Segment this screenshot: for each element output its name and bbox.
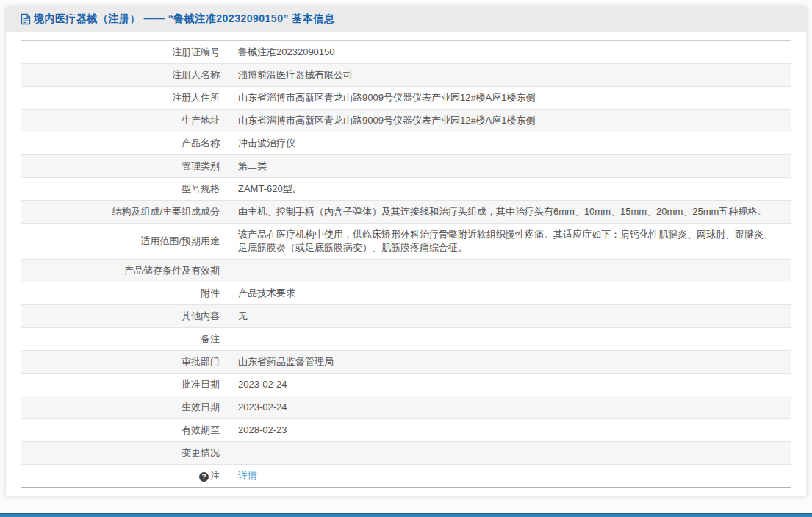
row-value: 山东省淄博市高新区青龙山路9009号仪器仪表产业园12#楼A座1楼东侧 [229, 110, 791, 132]
row-value-text: 冲击波治疗仪 [238, 138, 295, 149]
row-label-text: 附件 [201, 288, 220, 299]
row-label-text: 有效期至 [182, 424, 220, 435]
row-label-text: 型号规格 [182, 183, 220, 194]
row-label: 生效日期 [21, 396, 229, 419]
row-value-text: 2028-02-23 [238, 424, 287, 435]
table-row: 注册人名称淄博前沿医疗器械有限公司 [21, 64, 791, 87]
row-value [229, 260, 791, 282]
page-title-bar: 境内医疗器械（注册） —— “鲁械注准20232090150” 基本信息 [6, 6, 806, 32]
row-value-text: 由主机、控制手柄（内含子弹体）及其连接线和治疗头组成，其中治疗头有6mm、10m… [238, 206, 766, 217]
row-value-text: 无 [238, 310, 248, 321]
table-row: 注册证编号鲁械注准20232090150 [21, 41, 791, 64]
row-label-text: 注册人住所 [172, 92, 220, 103]
row-label: 型号规格 [21, 178, 229, 201]
row-label-text: 批准日期 [182, 379, 220, 390]
table-row: 管理类别第二类 [21, 155, 791, 178]
row-value: 淄博前沿医疗器械有限公司 [229, 64, 791, 87]
table-row: 注册人住所山东省淄博市高新区青龙山路9009号仪器仪表产业园12#楼A座1楼东侧 [21, 87, 791, 110]
table-row: 适用范围/预期用途该产品在医疗机构中使用，供临床矫形外科治疗骨骼附近软组织慢性疼… [21, 224, 791, 260]
page-title: 境内医疗器械（注册） —— “鲁械注准20232090150” 基本信息 [34, 13, 334, 26]
row-label: 审批部门 [21, 351, 229, 374]
table-row: 附件产品技术要求 [21, 282, 791, 305]
row-label: 注册人名称 [21, 64, 229, 87]
row-value: 第二类 [229, 155, 791, 178]
row-value: 无 [229, 305, 791, 328]
footer-bar [0, 513, 812, 517]
row-label-text: 生产地址 [182, 115, 220, 126]
row-label-text: 结构及组成/主要组成成分 [112, 206, 220, 217]
row-label-text: 管理类别 [182, 160, 220, 171]
row-value: 山东省药品监督管理局 [229, 351, 791, 374]
row-label: 注册证编号 [21, 41, 229, 64]
table-row: 有效期至2028-02-23 [21, 419, 791, 442]
row-label: 备注 [21, 328, 229, 351]
row-label-text: 审批部门 [182, 356, 220, 367]
row-value-text: 2023-02-24 [238, 379, 287, 390]
row-label: 注册人住所 [21, 87, 229, 110]
row-value: 详情 [229, 465, 791, 488]
row-label-text: 适用范围/预期用途 [140, 235, 220, 246]
info-table: 注册证编号鲁械注准20232090150注册人名称淄博前沿医疗器械有限公司注册人… [21, 40, 791, 488]
row-value: 2028-02-23 [229, 419, 791, 442]
row-label-text: 变更情况 [182, 447, 220, 458]
row-value [229, 442, 791, 465]
detail-link[interactable]: 详情 [238, 470, 257, 481]
row-label-text: 注 [210, 470, 220, 481]
row-label-text: 其他内容 [182, 310, 220, 321]
row-value-text: 淄博前沿医疗器械有限公司 [238, 69, 353, 80]
row-label: 产品名称 [21, 132, 229, 155]
row-value-text: ZAMT-620型。 [238, 183, 302, 194]
row-label: 结构及组成/主要组成成分 [21, 201, 229, 224]
row-value: 2023-02-24 [229, 396, 791, 419]
table-row: 生效日期2023-02-24 [21, 396, 791, 419]
row-value-text: 第二类 [238, 160, 267, 171]
row-label-text: 备注 [201, 333, 220, 344]
row-value: 冲击波治疗仪 [229, 132, 791, 155]
row-value: ZAMT-620型。 [229, 178, 791, 201]
row-label: ?注 [21, 465, 229, 488]
note-icon: ? [199, 472, 209, 482]
row-label: 产品储存条件及有效期 [21, 260, 229, 282]
row-label: 附件 [21, 282, 229, 305]
row-value-text: 山东省淄博市高新区青龙山路9009号仪器仪表产业园12#楼A座1楼东侧 [238, 92, 536, 103]
table-row: 其他内容无 [21, 305, 791, 328]
table-row: 备注 [21, 328, 791, 351]
table-row: 变更情况 [21, 442, 791, 465]
row-value: 该产品在医疗机构中使用，供临床矫形外科治疗骨骼附近软组织慢性疼痛。其适应症如下：… [229, 224, 791, 260]
row-value-text: 山东省药品监督管理局 [238, 356, 334, 367]
content-card: 境内医疗器械（注册） —— “鲁械注准20232090150” 基本信息 注册证… [6, 6, 806, 496]
table-row: 批准日期2023-02-24 [21, 374, 791, 396]
row-label-text: 注册人名称 [172, 69, 220, 80]
row-label: 变更情况 [21, 442, 229, 465]
row-label: 适用范围/预期用途 [21, 224, 229, 260]
row-value: 由主机、控制手柄（内含子弹体）及其连接线和治疗头组成，其中治疗头有6mm、10m… [229, 201, 791, 224]
row-label: 管理类别 [21, 155, 229, 178]
row-value-text: 2023-02-24 [238, 402, 287, 413]
row-label-text: 产品名称 [182, 138, 220, 149]
document-icon [21, 13, 31, 25]
page: 境内医疗器械（注册） —— “鲁械注准20232090150” 基本信息 注册证… [0, 0, 812, 517]
row-value-text: 鲁械注准20232090150 [238, 46, 335, 57]
row-value-text: 山东省淄博市高新区青龙山路9009号仪器仪表产业园12#楼A座1楼东侧 [238, 115, 536, 126]
table-row: 型号规格ZAMT-620型。 [21, 178, 791, 201]
row-value: 鲁械注准20232090150 [229, 41, 791, 64]
row-label-text: 产品储存条件及有效期 [124, 265, 220, 276]
table-row: ?注详情 [21, 465, 791, 488]
table-row: 产品储存条件及有效期 [21, 260, 791, 282]
row-label: 批准日期 [21, 374, 229, 396]
row-value: 山东省淄博市高新区青龙山路9009号仪器仪表产业园12#楼A座1楼东侧 [229, 87, 791, 110]
row-value-text: 产品技术要求 [238, 288, 295, 299]
row-value: 2023-02-24 [229, 374, 791, 396]
row-label-text: 注册证编号 [172, 46, 220, 57]
row-value-text: 该产品在医疗机构中使用，供临床矫形外科治疗骨骼附近软组织慢性疼痛。其适应症如下：… [238, 229, 773, 253]
row-label: 有效期至 [21, 419, 229, 442]
table-row: 产品名称冲击波治疗仪 [21, 132, 791, 155]
table-row: 生产地址山东省淄博市高新区青龙山路9009号仪器仪表产业园12#楼A座1楼东侧 [21, 110, 791, 132]
row-value: 产品技术要求 [229, 282, 791, 305]
row-label: 生产地址 [21, 110, 229, 132]
row-label-text: 生效日期 [182, 402, 220, 413]
row-value [229, 328, 791, 351]
table-row: 审批部门山东省药品监督管理局 [21, 351, 791, 374]
row-label: 其他内容 [21, 305, 229, 328]
table-row: 结构及组成/主要组成成分由主机、控制手柄（内含子弹体）及其连接线和治疗头组成，其… [21, 201, 791, 224]
